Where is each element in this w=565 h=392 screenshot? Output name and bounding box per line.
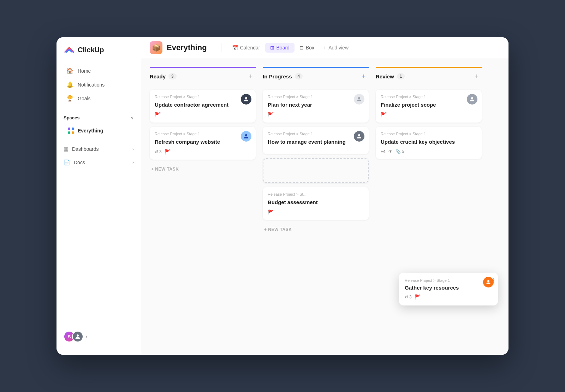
sidebar-footer: S ▾ (56, 325, 141, 348)
tab-calendar[interactable]: 📅 Calendar (227, 43, 265, 53)
svg-point-3 (358, 97, 360, 99)
board-area: Ready 3 + Release Project > Stage 1 Upda… (141, 58, 509, 355)
nav-item-home[interactable]: 🏠 Home (59, 64, 138, 78)
card-1-meta: Release Project > Stage 1 (155, 95, 251, 99)
card-4-title: How to manage event planning (268, 138, 364, 145)
everything-grid-icon (68, 127, 74, 134)
new-task-ready-label: + NEW TASK (151, 167, 179, 172)
flag-green-icon: 🚩 (165, 149, 171, 155)
nav-item-notifications[interactable]: 🔔 Notifications (59, 78, 138, 91)
comment-icon: ↺ (155, 149, 158, 154)
column-ready: Ready 3 + Release Project > Stage 1 Upda… (150, 67, 256, 346)
flag-green-float-icon: 🚩 (415, 294, 421, 300)
column-in-progress-add-button[interactable]: + (359, 71, 369, 81)
add-view-label: Add view (328, 45, 349, 51)
dashboards-label: Dashboards (72, 146, 99, 152)
column-in-progress-count: 4 (295, 73, 303, 79)
topbar: 📦 Everything 📅 Calendar ⊞ Board ⊟ Box + … (141, 37, 509, 58)
column-in-progress-header: In Progress 4 + (263, 67, 369, 85)
card-2-comment-count: 3 (159, 149, 162, 154)
column-review-header: Review 1 + (376, 67, 482, 85)
card-7-comments: 📎 5 (396, 149, 404, 154)
docs-chevron-icon: › (132, 160, 134, 165)
sidebar: ClickUp 🏠 Home 🔔 Notifications 🏆 Goals S… (56, 37, 141, 355)
board-tab-label: Board (276, 45, 290, 51)
spaces-header[interactable]: Spaces ∨ (64, 112, 134, 123)
card-7-title: Update crucial key objectives (381, 138, 477, 145)
svg-point-0 (77, 334, 79, 337)
app-window: ClickUp 🏠 Home 🔔 Notifications 🏆 Goals S… (56, 37, 509, 355)
svg-point-6 (487, 280, 489, 282)
spaces-section: Spaces ∨ Everything (56, 112, 141, 137)
dashboards-chevron-icon: › (132, 147, 134, 152)
main-content: 📦 Everything 📅 Calendar ⊞ Board ⊟ Box + … (141, 37, 509, 355)
card-2-meta: Release Project > Stage 1 (155, 132, 251, 136)
board-container: Ready 3 + Release Project > Stage 1 Upda… (141, 58, 509, 355)
user-icon (75, 333, 81, 340)
card-budget-assessment[interactable]: Release Project > St... Budget assessmen… (263, 187, 369, 220)
column-ready-count: 3 (168, 73, 177, 79)
nav-item-goals[interactable]: 🏆 Goals (59, 91, 138, 105)
card-refresh-website[interactable]: Release Project > Stage 1 Refresh compan… (150, 127, 256, 160)
column-review-title: Review (376, 73, 394, 79)
column-review-count: 1 (397, 73, 405, 79)
svg-point-5 (471, 97, 473, 99)
card-4-avatar-icon (356, 133, 362, 139)
card-update-objectives[interactable]: Release Project > Stage 1 Update crucial… (376, 127, 482, 159)
card-2-comments: ↺ 3 (155, 149, 162, 154)
card-5-title: Budget assessment (268, 198, 364, 206)
card-1-avatar-icon (243, 96, 249, 102)
card-5-meta: Release Project > St... (268, 192, 364, 196)
avatar-s-initial: S (68, 334, 71, 339)
flag-yellow-icon: 🚩 (155, 112, 161, 118)
svg-point-2 (245, 134, 247, 136)
floating-card[interactable]: ⊕ Release Project > Stage 1 Gather key r… (399, 273, 498, 305)
floating-card-title: Gather key resources (405, 285, 492, 291)
card-6-avatar-icon (469, 96, 475, 102)
card-finalize-scope[interactable]: Release Project > Stage 1 Finalize proje… (376, 90, 482, 123)
page-title: Everything (167, 43, 207, 52)
calendar-tab-label: Calendar (240, 45, 260, 51)
bell-icon: 🔔 (66, 81, 73, 88)
card-manage-event[interactable]: Release Project > Stage 1 How to manage … (263, 127, 369, 154)
sidebar-item-dashboards[interactable]: ▦ Dashboards › (59, 142, 138, 156)
sidebar-item-everything[interactable]: Everything (64, 125, 134, 137)
topbar-title-section: 📦 Everything (150, 41, 207, 54)
clickup-logo-icon (64, 44, 75, 55)
card-4-meta: Release Project > Stage 1 (268, 132, 364, 136)
card-update-contractor[interactable]: Release Project > Stage 1 Update contrac… (150, 90, 256, 123)
box-icon: ⊟ (299, 45, 304, 51)
card-2-avatar-icon (243, 133, 249, 139)
comment-icon-float: ↺ (405, 295, 408, 299)
add-view-button[interactable]: + Add view (319, 43, 353, 53)
docs-label: Docs (74, 160, 85, 165)
avatar-user (72, 331, 83, 342)
floating-card-comments: ↺ 3 (405, 295, 412, 299)
floating-card-meta: Release Project > Stage 1 (405, 278, 492, 283)
column-ready-add-button[interactable]: + (246, 71, 256, 81)
calendar-icon: 📅 (232, 45, 238, 51)
card-7-comment-count: 5 (402, 149, 404, 154)
clip-icon: 📎 (396, 149, 401, 154)
card-3-title: Plan for next year (268, 101, 364, 108)
topbar-divider (221, 43, 221, 52)
sidebar-item-docs[interactable]: 📄 Docs › (59, 156, 138, 169)
ready-new-task-button[interactable]: + NEW TASK (150, 164, 256, 174)
everything-label: Everything (78, 128, 103, 133)
tab-box[interactable]: ⊟ Box (295, 43, 319, 53)
flag-yellow-icon-5: 🚩 (268, 209, 274, 215)
card-plan-next-year[interactable]: Release Project > Stage 1 Plan for next … (263, 90, 369, 123)
board-icon: ⊞ (270, 45, 274, 51)
card-3-avatar (354, 94, 364, 105)
floating-card-avatar (483, 277, 494, 287)
spaces-title: Spaces (64, 115, 80, 120)
column-review-add-button[interactable]: + (472, 71, 482, 81)
nav-goals-label: Goals (78, 96, 91, 101)
tab-board[interactable]: ⊞ Board (265, 43, 295, 53)
column-ready-title: Ready (150, 73, 166, 79)
main-nav: 🏠 Home 🔔 Notifications 🏆 Goals (56, 64, 141, 105)
card-1-avatar (241, 94, 251, 105)
floating-comment-count: 3 (409, 295, 412, 299)
in-progress-new-task-button[interactable]: + NEW TASK (263, 224, 369, 235)
user-avatars: S (64, 331, 83, 342)
